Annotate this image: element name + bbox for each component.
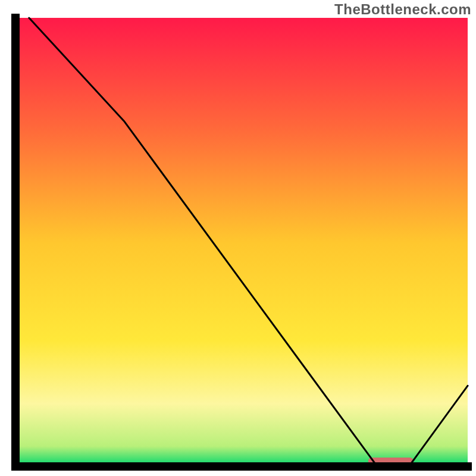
chart-container: TheBottleneck.com	[0, 0, 476, 476]
svg-rect-0	[15, 18, 468, 466]
watermark-text: TheBottleneck.com	[334, 1, 471, 18]
bottleneck-chart	[0, 0, 476, 476]
